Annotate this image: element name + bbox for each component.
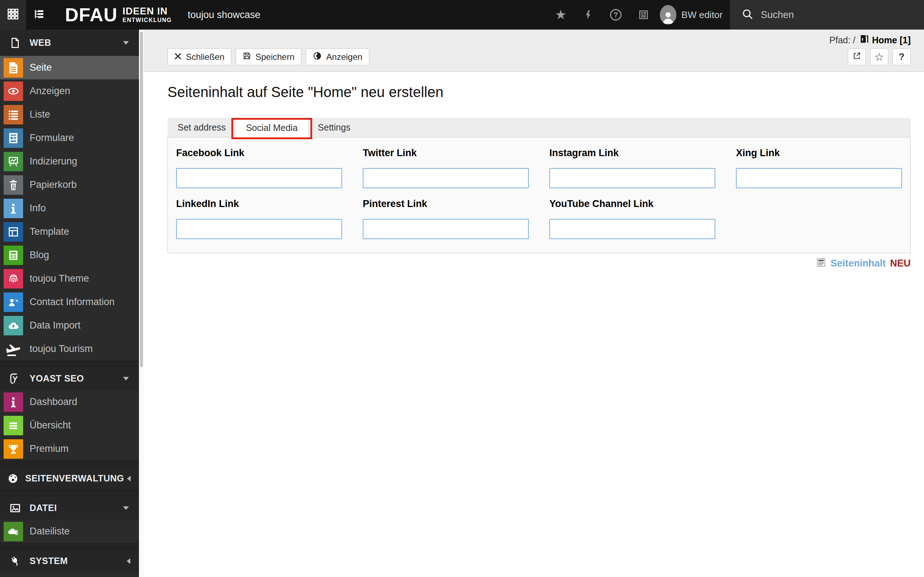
sidebar-item-toujou-theme[interactable]: toujou Theme — [0, 267, 139, 290]
sidebar-item-dashboard[interactable]: Dashboard — [0, 390, 139, 414]
newspaper-icon — [3, 246, 23, 265]
open-in-new-window-button[interactable] — [848, 48, 866, 65]
hamburger-icon — [3, 416, 23, 435]
sidebar-item-liste[interactable]: Liste — [0, 103, 139, 126]
info-icon — [3, 392, 23, 412]
sidebar-item-label: Dashboard — [30, 396, 77, 408]
facebook-link-input[interactable] — [176, 168, 342, 188]
sidebar-divider — [0, 361, 139, 367]
button-label: Schließen — [186, 52, 225, 62]
chevron-down-icon — [123, 506, 129, 513]
page-title: Seiteninhalt auf Seite "Home" neu erstel… — [168, 83, 911, 101]
yoast-icon — [7, 372, 23, 385]
sidebar-section-seitenverwaltung[interactable]: SEITENVERWALTUNG — [0, 467, 139, 490]
sidebar-section-web[interactable]: WEB — [0, 29, 139, 56]
view-button[interactable]: Anzeigen — [306, 48, 369, 65]
sidebar-item-indizierung[interactable]: Indizierung — [0, 150, 139, 173]
sidebar-item-formulare[interactable]: Formulare — [0, 126, 139, 150]
view-eye-icon — [313, 51, 322, 63]
flush-cache-bolt-icon[interactable] — [583, 9, 593, 21]
question-icon: ? — [899, 51, 905, 62]
bookmark-star-icon[interactable]: ★ — [555, 8, 567, 21]
sidebar-item-contact-information[interactable]: Contact Information — [0, 290, 139, 314]
global-search[interactable] — [730, 0, 924, 29]
sidebar-item-label: Papierkorb — [30, 179, 77, 190]
instagram-link-input[interactable] — [549, 168, 716, 188]
sidebar-item-anzeigen[interactable]: Anzeigen — [0, 79, 139, 103]
docheader-buttons: Schließen Speichern — [168, 48, 369, 65]
user-menu[interactable]: BW editor — [660, 0, 723, 29]
new-badge: NEU — [890, 258, 911, 269]
sidebar-item-toujou-tourism[interactable]: toujou Tourism — [0, 337, 139, 361]
help-button[interactable]: ? — [893, 48, 911, 65]
page-icon — [3, 58, 23, 77]
save-button[interactable]: Speichern — [236, 48, 301, 65]
tab-settings[interactable]: Settings — [308, 118, 360, 137]
field-label: Twitter Link — [363, 148, 529, 159]
sidebar-section-label: WEB — [30, 37, 123, 48]
sidebar-divider — [0, 490, 139, 496]
cloud-download-icon — [3, 316, 23, 335]
page-tree-icon — [33, 8, 45, 22]
form-tabs: Set address Social Media Settings — [168, 118, 911, 137]
field-youtube-channel-link: YouTube Channel Link — [549, 198, 716, 239]
sidebar-item-label: Premium — [30, 443, 69, 455]
sidebar-item-label: Anzeigen — [30, 85, 70, 97]
linkedin-link-input[interactable] — [176, 219, 342, 239]
log-icon[interactable] — [638, 10, 649, 20]
field-label: Instagram Link — [549, 148, 716, 159]
sidebar-item-label: toujou Theme — [30, 273, 89, 284]
topbar: DFAU IDEEN IN ENTWICKLUNG toujou showcas… — [0, 0, 924, 29]
record-type-link[interactable]: Seiteninhalt — [830, 258, 886, 269]
sidebar-item-dateiliste[interactable]: Dateiliste — [0, 520, 139, 543]
sidebar-item-uebersicht[interactable]: Übersicht — [0, 414, 139, 437]
pagetree-toggle-button[interactable] — [26, 0, 52, 29]
trash-icon — [3, 175, 23, 195]
field-facebook-link: Facebook Link — [176, 148, 342, 188]
tab-set-address[interactable]: Set address — [168, 118, 236, 137]
search-input[interactable] — [761, 10, 898, 21]
info-icon — [3, 199, 23, 218]
site-title: toujou showcase — [188, 10, 260, 21]
logo-brand-text: DFAU — [65, 5, 118, 24]
close-button[interactable]: Schließen — [168, 48, 231, 65]
sidebar-section-datei[interactable]: DATEI — [0, 496, 139, 520]
globe-icon — [7, 473, 19, 484]
content-element-icon — [816, 258, 826, 269]
tab-social-media[interactable]: Social Media — [236, 118, 307, 137]
help-icon[interactable]: ? — [610, 9, 622, 21]
sidebar-item-template[interactable]: Template — [0, 220, 139, 243]
sidebar-divider — [0, 461, 139, 467]
form-icon — [3, 128, 23, 148]
youtube-channel-link-input[interactable] — [549, 219, 716, 239]
tab-label: Set address — [178, 122, 226, 133]
page-door-icon — [859, 34, 869, 46]
sidebar-item-data-import[interactable]: Data Import — [0, 314, 139, 337]
contact-phone-icon — [3, 292, 23, 312]
pinterest-link-input[interactable] — [363, 219, 529, 239]
path-page[interactable]: Home [1] — [859, 34, 911, 46]
save-icon — [242, 52, 251, 62]
bookmark-button[interactable]: ☆ — [870, 48, 888, 65]
sidebar-item-label: Blog — [30, 250, 49, 261]
sidebar-item-papierkorb[interactable]: Papierkorb — [0, 173, 139, 197]
tab-label: Social Media — [246, 122, 297, 133]
sidebar-section-yoast-seo[interactable]: YOAST SEO — [0, 367, 139, 390]
sidebar-item-label: Dateiliste — [30, 526, 69, 537]
plug-icon — [7, 555, 23, 567]
dfau-logo[interactable]: DFAU IDEEN IN ENTWICKLUNG — [65, 0, 172, 29]
sidebar-item-blog[interactable]: Blog — [0, 243, 139, 267]
xing-link-input[interactable] — [736, 168, 902, 188]
sidebar-item-label: Indizierung — [30, 156, 77, 167]
sidebar-item-seite[interactable]: Seite — [0, 56, 139, 79]
sidebar-scrollbar[interactable] — [139, 29, 144, 577]
modules-grid-icon — [6, 8, 19, 22]
sidebar-item-premium[interactable]: Premium — [0, 437, 139, 461]
sidebar-section-system[interactable]: SYSTEM — [0, 549, 139, 573]
sidebar-item-label: Liste — [30, 109, 50, 120]
scrollbar-thumb[interactable] — [140, 32, 143, 367]
twitter-link-input[interactable] — [363, 168, 529, 188]
sidebar-item-info[interactable]: Info — [0, 197, 139, 220]
modules-toggle-button[interactable] — [0, 0, 26, 29]
chevron-down-icon — [123, 41, 129, 48]
